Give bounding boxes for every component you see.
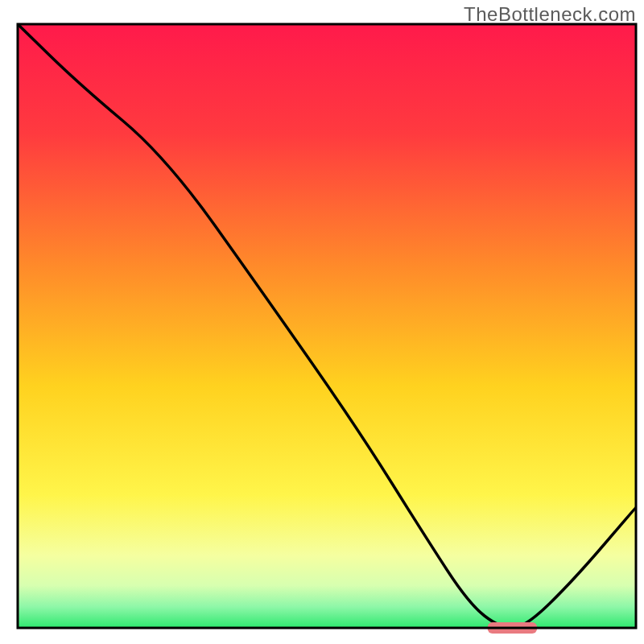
chart-container: TheBottleneck.com (0, 0, 644, 644)
gradient-background (18, 24, 636, 628)
bottleneck-chart (0, 0, 644, 644)
